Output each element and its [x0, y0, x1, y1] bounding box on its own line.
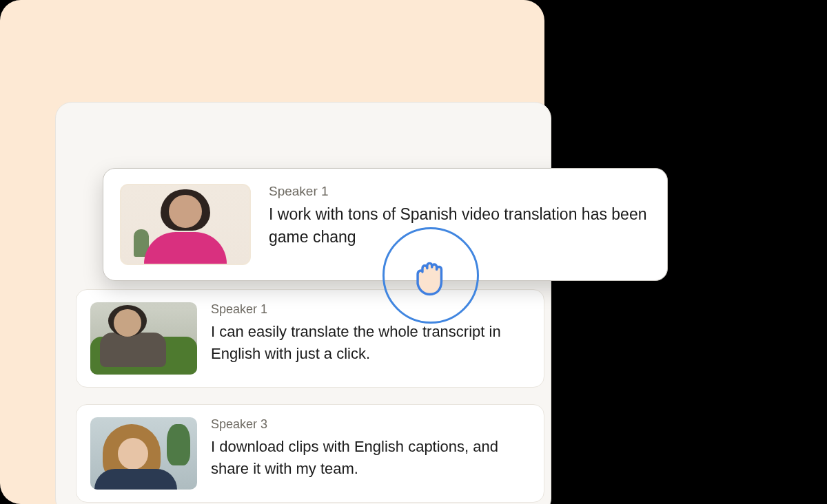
- transcript-quote: I download clips with English captions, …: [211, 436, 530, 480]
- card-text: Speaker 1 I can easily translate the who…: [211, 302, 530, 365]
- grab-hand-icon: [382, 227, 479, 324]
- speaker-label: Speaker 1: [211, 302, 530, 317]
- speaker-label: Speaker 1: [269, 184, 651, 199]
- speaker-thumbnail: [90, 417, 197, 490]
- card-text: Speaker 3 I download clips with English …: [211, 417, 530, 480]
- speaker-thumbnail: [90, 302, 197, 375]
- speaker-thumbnail: [120, 184, 251, 265]
- transcript-card[interactable]: Speaker 3 I download clips with English …: [76, 404, 544, 503]
- speaker-label: Speaker 3: [211, 417, 530, 432]
- transcript-quote: I can easily translate the whole transcr…: [211, 321, 530, 365]
